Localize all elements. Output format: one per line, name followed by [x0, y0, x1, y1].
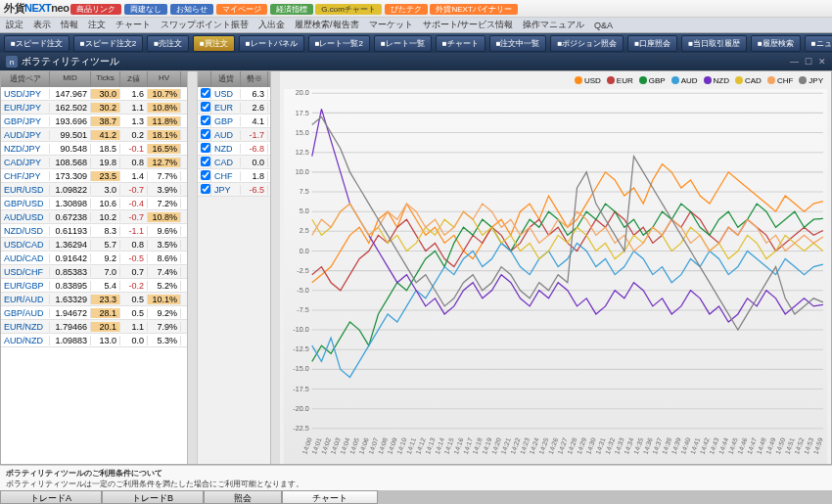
- currency-checkbox[interactable]: [201, 170, 210, 180]
- toolbar-button[interactable]: ■注文中一覧: [489, 35, 547, 52]
- table-row[interactable]: CHF/JPY173.30923.51.47.7%: [1, 169, 187, 183]
- table-row[interactable]: USD6.3: [198, 87, 270, 101]
- menu-item[interactable]: 注文: [88, 19, 106, 31]
- workspace-tab[interactable]: トレードB: [102, 490, 204, 504]
- toolbar-button[interactable]: ■スピード注文: [4, 35, 69, 52]
- header-badge[interactable]: お知らせ: [170, 4, 213, 15]
- main-panel: 通貨ペアMIDTicksZ値HV USD/JPY147.96730.01.610…: [0, 70, 832, 465]
- legend-item: AUD: [671, 76, 698, 85]
- table-row[interactable]: NZD/USD0.611938.3-1.19.6%: [1, 224, 187, 238]
- table-row[interactable]: USD/CAD1.362945.70.83.5%: [1, 238, 187, 252]
- scrollbar[interactable]: [187, 71, 197, 464]
- svg-text:-22.5: -22.5: [293, 424, 308, 433]
- currency-checkbox[interactable]: [201, 184, 210, 194]
- svg-text:5.0: 5.0: [300, 206, 309, 215]
- close-icon[interactable]: ✕: [818, 57, 826, 67]
- table-row[interactable]: USD/CHF0.853837.00.77.4%: [1, 265, 187, 279]
- legend-item: EUR: [607, 76, 633, 85]
- menu-item[interactable]: 入出金: [258, 19, 285, 31]
- table-row[interactable]: GBP/AUD1.9467228.10.59.2%: [1, 306, 187, 320]
- table-row[interactable]: EUR/JPY162.50230.21.110.8%: [1, 101, 187, 115]
- toolbar-button[interactable]: ■口座照会: [627, 35, 677, 52]
- svg-text:-5.0: -5.0: [297, 286, 308, 295]
- table-row[interactable]: AUD/CAD0.916429.2-0.58.6%: [1, 252, 187, 265]
- table-row[interactable]: GBP4.1: [198, 115, 270, 128]
- toolbar-button[interactable]: ■レート一覧2: [308, 35, 370, 52]
- currency-checkbox[interactable]: [201, 115, 210, 125]
- workspace-tab[interactable]: 照会: [204, 490, 282, 504]
- toolbar-button[interactable]: ■ポジション照会: [550, 35, 624, 52]
- menu-item[interactable]: マーケット: [369, 19, 413, 31]
- workspace-tab[interactable]: トレードA: [0, 490, 102, 504]
- table-row[interactable]: EUR/GBP0.838955.4-0.25.2%: [1, 279, 187, 293]
- table-row[interactable]: EUR/USD1.098223.0-0.73.9%: [1, 183, 187, 197]
- menu-item[interactable]: サポート/サービス情報: [423, 19, 514, 31]
- menu-item[interactable]: 履歴検索/報告書: [295, 19, 359, 31]
- header-badge[interactable]: 商品リンク: [70, 4, 121, 15]
- table-row[interactable]: CAD/JPY108.56819.80.812.7%: [1, 156, 187, 169]
- toolbar: ■スピード注文■スピード注文2■売注文■買注文■レートパネル■レート一覧2■レー…: [0, 33, 832, 53]
- menu-item[interactable]: チャート: [116, 19, 151, 31]
- svg-text:20.0: 20.0: [296, 89, 309, 97]
- menu-item[interactable]: 操作マニュアル: [523, 19, 584, 31]
- currency-checkbox[interactable]: [201, 88, 210, 98]
- scrollbar[interactable]: [270, 71, 280, 464]
- chart-panel: USDEURGBPAUDNZDCADCHFJPY -22.5-20.0-17.5…: [280, 71, 831, 464]
- currency-checkbox[interactable]: [201, 157, 210, 166]
- header-badge[interactable]: マイページ: [216, 4, 267, 15]
- menu-item[interactable]: 表示: [33, 19, 51, 31]
- legend-item: JPY: [799, 76, 823, 85]
- svg-text:-2.5: -2.5: [297, 266, 308, 275]
- header-badge[interactable]: ぴたテク: [385, 4, 428, 15]
- menu-item[interactable]: 設定: [6, 19, 23, 31]
- toolbar-button[interactable]: ■チャート: [436, 35, 485, 52]
- table-row[interactable]: EUR/AUD1.6332923.30.510.1%: [1, 293, 187, 306]
- currency-checkbox[interactable]: [201, 129, 210, 139]
- table-row[interactable]: NZD/JPY90.54818.5-0.116.5%: [1, 142, 187, 156]
- toolbar-button[interactable]: ■買注文: [193, 35, 235, 52]
- panel-title: ボラティリティツール: [22, 55, 119, 69]
- toolbar-button[interactable]: ■売注文: [147, 35, 189, 52]
- center-table: 通貨勢※ USD6.3EUR2.6GBP4.1AUD-1.7NZD-6.8CAD…: [197, 71, 270, 464]
- toolbar-button[interactable]: ■ニュース: [805, 35, 832, 52]
- header-badge[interactable]: G.comチャート: [315, 4, 382, 15]
- toolbar-button[interactable]: ■当日取引履歴: [681, 35, 747, 52]
- menu-item[interactable]: Q&A: [594, 21, 613, 30]
- table-row[interactable]: EUR/NZD1.7946620.11.17.9%: [1, 320, 187, 334]
- currency-checkbox[interactable]: [201, 143, 210, 153]
- table-row[interactable]: NZD-6.8: [198, 142, 270, 156]
- footer: ボラティリティツールのご利用条件について ボラティリティツールは一定のご利用条件…: [0, 465, 832, 504]
- table-row[interactable]: AUD/USD0.6723810.2-0.710.8%: [1, 210, 187, 224]
- svg-text:17.5: 17.5: [296, 108, 309, 116]
- table-row[interactable]: GBP/JPY193.69638.71.311.8%: [1, 115, 187, 128]
- menu-item[interactable]: 情報: [61, 19, 78, 31]
- workspace-tab[interactable]: チャート: [282, 490, 378, 504]
- table-row[interactable]: CHF1.8: [198, 169, 270, 183]
- svg-text:10.0: 10.0: [296, 167, 309, 176]
- table-row[interactable]: CAD0.0: [198, 156, 270, 169]
- chart-legend: USDEURGBPAUDNZDCADCHFJPY: [280, 71, 831, 89]
- max-icon[interactable]: ☐: [805, 57, 812, 67]
- header-badge[interactable]: 経済指標: [270, 4, 313, 15]
- menu-item[interactable]: スワップポイント振替: [161, 19, 249, 31]
- currency-checkbox[interactable]: [201, 102, 210, 112]
- table-row[interactable]: JPY-6.5: [198, 183, 270, 197]
- table-row[interactable]: AUD-1.7: [198, 128, 270, 142]
- header-badge[interactable]: 両建なし: [124, 4, 167, 15]
- min-icon[interactable]: —: [790, 57, 799, 67]
- table-row[interactable]: USD/JPY147.96730.01.610.7%: [1, 87, 187, 101]
- table-row[interactable]: GBP/USD1.3089810.6-0.47.2%: [1, 197, 187, 210]
- toolbar-button[interactable]: ■レートパネル: [239, 35, 304, 52]
- toolbar-button[interactable]: ■スピード注文2: [73, 35, 143, 52]
- toolbar-button[interactable]: ■レート一覧: [374, 35, 432, 52]
- svg-text:-17.5: -17.5: [293, 385, 308, 393]
- table-row[interactable]: EUR2.6: [198, 101, 270, 115]
- table-row[interactable]: AUD/JPY99.50141.20.218.1%: [1, 128, 187, 142]
- legend-item: GBP: [639, 76, 666, 85]
- header-badge[interactable]: 外貨NEXTバイナリー: [430, 4, 517, 15]
- toolbar-button[interactable]: ■履歴検索: [751, 35, 801, 52]
- menu-bar: 設定表示情報注文チャートスワップポイント振替入出金履歴検索/報告書マーケットサポ…: [0, 18, 832, 33]
- svg-text:12.5: 12.5: [296, 148, 309, 157]
- table-row[interactable]: AUD/NZD1.0988313.00.05.3%: [1, 334, 187, 347]
- chart-area[interactable]: -22.5-20.0-17.5-15.0-12.5-10.0-7.5-5.0-2…: [284, 89, 827, 464]
